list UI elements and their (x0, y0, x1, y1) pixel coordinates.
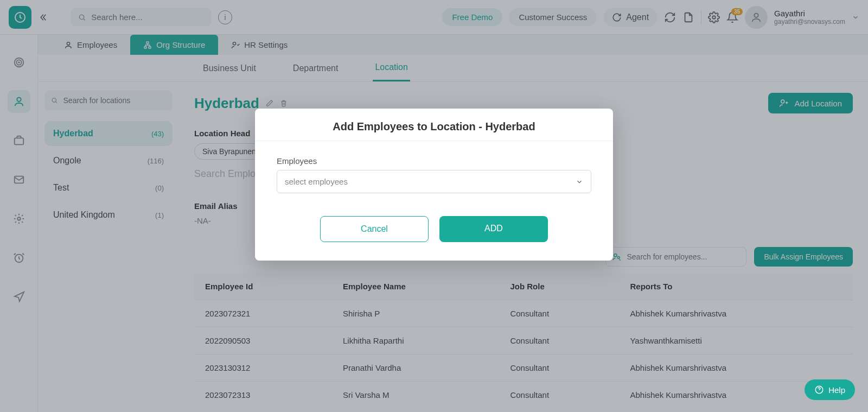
modal-title: Add Employees to Location - Hyderbad (255, 109, 613, 141)
cancel-button[interactable]: Cancel (320, 216, 429, 242)
select-placeholder: select employees (285, 177, 348, 186)
employees-select[interactable]: select employees (277, 170, 591, 193)
modal-backdrop[interactable]: Add Employees to Location - Hyderbad Emp… (0, 0, 868, 412)
chevron-down-icon (576, 178, 583, 186)
add-button[interactable]: ADD (439, 216, 548, 242)
help-icon (814, 385, 824, 395)
modal-field-label: Employees (277, 156, 591, 166)
help-button[interactable]: Help (805, 379, 855, 400)
help-label: Help (828, 385, 845, 395)
add-employees-modal: Add Employees to Location - Hyderbad Emp… (255, 109, 613, 261)
